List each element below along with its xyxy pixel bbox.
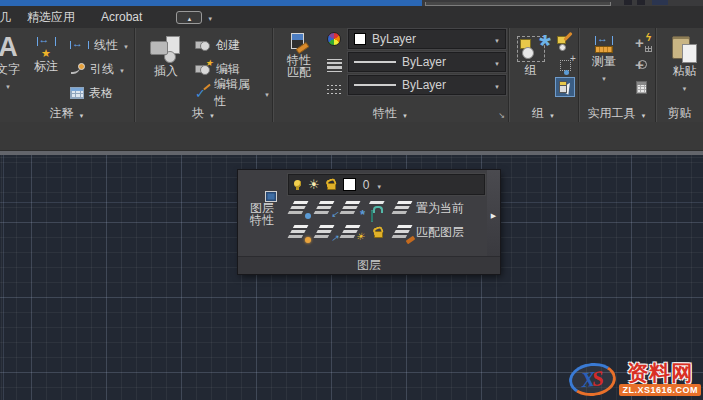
object-color-dropdown[interactable]: ByLayer: [348, 29, 506, 49]
snowflake-icon: *: [359, 210, 364, 219]
set-current-button[interactable]: 置为当前: [392, 200, 467, 217]
panel-clipboard: 粘贴 剪贴: [655, 28, 703, 122]
insert-block-button[interactable]: 插入: [143, 31, 189, 80]
text-icon: A: [0, 33, 18, 61]
panel-expand-icon: [641, 107, 647, 121]
dropdown-arrow-icon: [376, 178, 382, 192]
dropdown-arrow-icon: [264, 86, 270, 100]
layer-color-swatch: [343, 178, 356, 191]
panel-title-group[interactable]: 组: [509, 105, 578, 122]
layer-unisolate-icon: ↗: [317, 225, 336, 240]
icon-part: ↙: [331, 210, 339, 219]
layer-dropdown[interactable]: ☀ 0: [288, 174, 485, 195]
titlebar: [0, 0, 703, 6]
measure-button[interactable]: 测量: [583, 31, 625, 86]
match-layer-button[interactable]: 匹配图层: [392, 224, 467, 241]
lineweight-icon[interactable]: [327, 59, 342, 72]
layer-freeze-button[interactable]: *: [340, 198, 364, 219]
ribbon-minimize-button[interactable]: [176, 11, 202, 24]
icon-part: [392, 225, 413, 238]
set-current-icon: [395, 201, 411, 216]
panel-title-annotation[interactable]: 注释: [0, 105, 134, 122]
layer-set-current-small-button[interactable]: ↙: [314, 198, 338, 219]
sun-icon: ☀: [356, 230, 365, 243]
watermark: X S 资料网 ZL.XS1616.COM: [569, 362, 701, 396]
group-button[interactable]: * 组: [512, 31, 549, 79]
cursor-icon: [560, 80, 574, 95]
icon-part: [287, 225, 308, 238]
tab-featured-apps[interactable]: 精选应用: [17, 6, 85, 28]
layer-thaw-button[interactable]: ☀: [340, 222, 364, 243]
right-arrow-icon: [491, 204, 496, 222]
linetype-sample: [354, 84, 396, 86]
group-edit-button[interactable]: [555, 33, 575, 53]
layer-thaw-sun-icon: ☀: [308, 178, 320, 191]
star-icon: *: [538, 28, 550, 62]
layer-panel-title[interactable]: 图层: [238, 256, 500, 274]
ribbon-lower-strip: [0, 122, 703, 150]
linetype-dropdown[interactable]: ByLayer: [348, 75, 506, 95]
layer-thaw-icon: ☀: [343, 225, 362, 240]
id-point-button[interactable]: ϟ: [631, 33, 651, 53]
dropdown-arrow-icon: [494, 55, 500, 69]
layer-properties-button[interactable]: 图层 特性: [238, 170, 286, 256]
edit-attributes-button[interactable]: ✓ 编辑属性: [193, 81, 272, 105]
layer-unlock-button[interactable]: [366, 222, 390, 243]
group-add-remove-button[interactable]: [555, 55, 575, 75]
icon-part: [559, 44, 566, 51]
color-wheel-icon[interactable]: [327, 32, 341, 46]
paste-button[interactable]: 粘贴: [666, 31, 703, 96]
measure-icon: [595, 36, 613, 53]
drawing-canvas[interactable]: 图层 特性 ☀ 0: [0, 155, 703, 400]
point-style-button[interactable]: [631, 55, 651, 75]
linetype-icon[interactable]: [327, 84, 342, 95]
help-button[interactable]: [652, 0, 668, 5]
panel-expand-icon: [549, 107, 555, 121]
group-selection-toggle[interactable]: [555, 77, 575, 97]
up-arrow-icon: [186, 10, 192, 24]
panel-block: 插入 创建 ★ 编辑 ✓ 编辑属性: [134, 28, 272, 122]
color-swatch: [354, 33, 366, 45]
create-block-button[interactable]: 创建: [193, 33, 272, 57]
linear-dimension-button[interactable]: 线性: [68, 33, 131, 57]
titlebar-accent: [0, 0, 422, 6]
panel-title-block[interactable]: 块: [135, 105, 272, 122]
tab-acrobat[interactable]: Acrobat: [91, 6, 152, 28]
match-properties-button[interactable]: 特性 匹配: [278, 29, 320, 81]
icon-part: [287, 201, 308, 214]
dropdown-arrow-icon: [494, 32, 500, 46]
layer-properties-icon: [249, 176, 275, 200]
dropdown-arrow-icon: [119, 62, 125, 76]
ribbon-minimize-dropdown-icon[interactable]: [207, 10, 213, 24]
infocenter-searchbox[interactable]: [425, 2, 611, 6]
leader-button[interactable]: 引线: [68, 57, 131, 81]
match-layer-icon: [395, 225, 411, 240]
panel-title-clipboard[interactable]: 剪贴: [656, 105, 703, 122]
layer-isolate-button[interactable]: [288, 198, 312, 219]
watermark-site-name: 资料网: [627, 362, 693, 383]
layer-unisolate-button[interactable]: ↗: [314, 222, 338, 243]
infocenter-button[interactable]: [624, 0, 632, 5]
tab-partial[interactable]: 几: [0, 6, 17, 28]
dimension-button[interactable]: ★ 标注: [26, 31, 66, 75]
table-icon: [70, 87, 84, 99]
panel-expand-icon: [79, 107, 85, 121]
dialog-launcher-icon[interactable]: [498, 111, 505, 120]
dropdown-arrow-icon: [601, 70, 607, 84]
match-properties-icon: [291, 33, 308, 52]
panel-title-utilities[interactable]: 实用工具: [579, 105, 655, 122]
group-icon: *: [517, 36, 545, 62]
layer-panel-flyout-button[interactable]: [487, 170, 500, 256]
id-point-icon: ϟ: [634, 36, 648, 50]
text-button[interactable]: A 文字: [0, 31, 24, 94]
layer-on-button[interactable]: [288, 222, 312, 243]
lineweight-dropdown[interactable]: ByLayer: [348, 52, 506, 72]
panel-title-properties[interactable]: 特性: [273, 105, 508, 122]
icon-part: [392, 201, 413, 214]
watermark-logo: X S: [568, 360, 618, 398]
layer-lock-button[interactable]: [366, 198, 390, 219]
infocenter-button[interactable]: [637, 0, 645, 5]
table-button[interactable]: 表格: [68, 81, 131, 105]
sparkle-icon: ★: [41, 48, 51, 58]
quick-calculator-button[interactable]: [631, 77, 651, 97]
